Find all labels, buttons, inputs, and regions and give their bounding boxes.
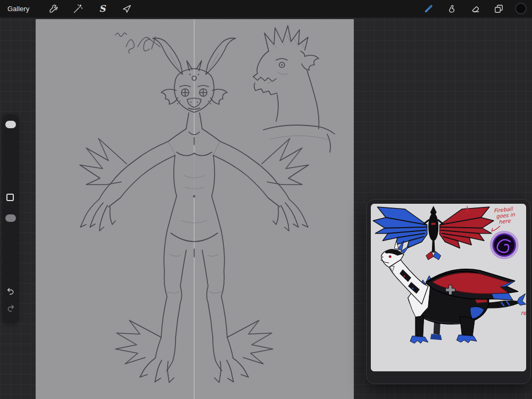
smudge-icon[interactable] — [445, 2, 459, 15]
eraser-icon[interactable] — [468, 2, 482, 15]
purple-portal — [491, 232, 518, 259]
reference-artwork: Fireball goes in here — [371, 204, 526, 371]
wrench-icon[interactable] — [46, 2, 60, 15]
reference-window[interactable]: Fireball goes in here — [366, 199, 531, 384]
artist-signature — [115, 33, 160, 53]
reference-image: Fireball goes in here — [371, 204, 526, 371]
brush-icon[interactable] — [421, 2, 435, 15]
magic-wand-icon[interactable] — [71, 2, 85, 15]
canvas-sketch-artwork — [36, 19, 354, 399]
brush-sidebar — [3, 114, 19, 323]
redo-button[interactable] — [5, 303, 16, 313]
redo-arrow-icon — [6, 304, 15, 312]
bust-sketch — [253, 26, 335, 152]
figure-left-half — [80, 38, 194, 383]
selection-s-icon[interactable]: S — [95, 2, 109, 15]
gallery-button[interactable]: Gallery — [0, 5, 37, 13]
brush-size-slider[interactable] — [5, 121, 16, 128]
opacity-slider[interactable] — [5, 214, 16, 222]
figure-right-half — [194, 38, 309, 383]
edge-annotation: re — [521, 310, 526, 317]
undo-arrow-icon — [6, 287, 15, 295]
layers-icon[interactable] — [492, 2, 505, 15]
modify-button[interactable] — [6, 194, 14, 201]
transform-arrow-icon[interactable] — [120, 2, 134, 15]
color-swatch[interactable] — [515, 3, 527, 14]
undo-button[interactable] — [5, 286, 16, 296]
left-tool-group: S — [46, 2, 134, 15]
top-toolbar: Gallery S — [0, 0, 532, 17]
drawing-canvas[interactable] — [36, 19, 354, 399]
right-tool-group — [421, 2, 527, 15]
selection-glyph: S — [99, 4, 105, 13]
